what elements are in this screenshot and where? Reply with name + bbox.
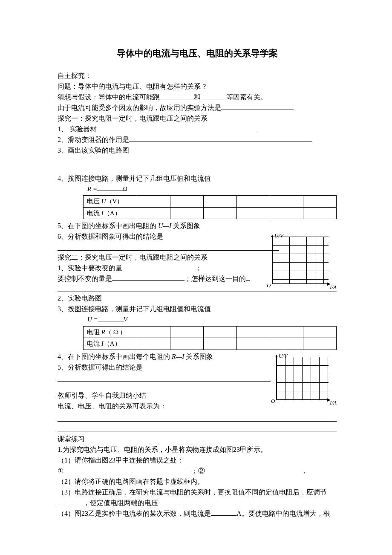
- blank[interactable]: [205, 473, 303, 473]
- text: （4）图23乙是实验中电流表的某次示数，则电流是: [58, 510, 211, 517]
- cell[interactable]: [170, 207, 203, 219]
- text: 等因素有关。: [226, 93, 267, 101]
- cell[interactable]: [137, 338, 170, 350]
- blank[interactable]: [246, 280, 250, 281]
- method-line: 由于电流可能受多个因素的影响，故应用的实验方法是: [58, 103, 337, 113]
- cell[interactable]: [236, 196, 270, 208]
- arrow-up-icon: ▲: [270, 232, 274, 239]
- text: （A）: [104, 340, 121, 347]
- text: Ω: [123, 185, 127, 192]
- cell[interactable]: [236, 207, 270, 219]
- text: 1、 实验器材: [58, 125, 97, 133]
- text: 关系图象: [184, 353, 213, 360]
- cell[interactable]: [170, 326, 203, 338]
- blank[interactable]: [58, 505, 83, 505]
- table-row: 电压 U（V）: [84, 196, 337, 208]
- exp1-item2: 2、滑动变阻器的作用是: [58, 135, 337, 145]
- text: V: [124, 316, 127, 323]
- cell[interactable]: [303, 196, 336, 208]
- blank[interactable]: [211, 515, 236, 516]
- text: 4、在下图的坐标系中画出每个电阻的: [58, 353, 172, 360]
- text: （ Ω ）: [105, 329, 126, 335]
- blank[interactable]: [201, 99, 226, 99]
- var-r: R: [101, 329, 105, 335]
- grid-icon: [272, 237, 329, 284]
- practice-q1-4: （4）图23乙是实验中电流表的某次示数，则电流是A。要使电路中的电流增大，根: [58, 509, 337, 519]
- cell[interactable]: [270, 326, 303, 338]
- exp1-item1: 1、 实验器材: [58, 124, 337, 134]
- arrow-up-icon: ▲: [274, 353, 279, 359]
- cell[interactable]: [303, 326, 336, 338]
- origin-label: O: [271, 397, 275, 405]
- cell[interactable]: [303, 338, 336, 350]
- y-axis-label: U/V: [279, 352, 288, 360]
- cell[interactable]: [170, 338, 203, 350]
- blank[interactable]: [58, 374, 271, 382]
- var-ri: R—I: [172, 353, 184, 360]
- text: 和: [194, 93, 201, 101]
- text: =: [91, 185, 97, 192]
- text: ；怎样达到这一目的: [184, 275, 246, 282]
- practice-q1-3: （3）电路连接正确后，在研究电流与电阻的关系时，更换阻值不同的定值电阻后，应调节: [58, 487, 337, 497]
- section-intro-heading: 自主探究：: [58, 71, 337, 81]
- cell[interactable]: [137, 326, 170, 338]
- practice-q1-1: （1）请你指出图23甲中连接的错误之处：: [58, 455, 337, 465]
- origin-label: O: [267, 281, 271, 290]
- chart2: ▲ ▶ U/V I/A O: [268, 352, 337, 407]
- question-line: 问题：导体中的电流与电压、电阻有怎样的关系？: [58, 81, 337, 92]
- blank[interactable]: [129, 142, 312, 142]
- exp1-item5: 5、在下图的坐标系中画出电阻的 U—I 关系图象: [58, 221, 337, 231]
- cell[interactable]: [303, 207, 336, 219]
- row-header: 电流 I（A）: [84, 338, 137, 350]
- text: （A）: [104, 210, 121, 217]
- cell[interactable]: [270, 338, 303, 350]
- table-row: 电流 I（A）: [84, 338, 337, 350]
- cell[interactable]: [203, 326, 236, 338]
- var-r: R: [87, 185, 91, 192]
- cell[interactable]: [203, 338, 236, 350]
- table2-caption: U =V: [87, 315, 337, 324]
- blank[interactable]: [98, 321, 124, 321]
- cell[interactable]: [203, 196, 236, 208]
- table1-caption: R =Ω: [87, 184, 337, 194]
- practice-q1-2: （2）请你将正确的电路图画在答题卡虚线框内。: [58, 477, 337, 487]
- text: 2、滑动变阻器的作用是: [58, 136, 129, 143]
- var-u: U: [87, 316, 92, 323]
- blank[interactable]: [63, 473, 191, 473]
- cell[interactable]: [270, 196, 303, 208]
- cell[interactable]: [170, 196, 203, 208]
- exp2-item2: 2、实验电路图: [58, 293, 337, 304]
- cell[interactable]: [270, 207, 303, 219]
- blank[interactable]: [58, 424, 337, 431]
- practice-heading: 课堂练习: [58, 434, 337, 444]
- text: ；: [195, 264, 202, 272]
- cell[interactable]: [236, 326, 270, 338]
- blank[interactable]: [58, 414, 337, 422]
- blank[interactable]: [221, 110, 294, 110]
- text: 猜想与假设：导体中的电流可能跟: [58, 93, 160, 101]
- row-header: 电压 U（V）: [84, 196, 137, 208]
- text: 电阻: [87, 329, 101, 335]
- cell[interactable]: [137, 207, 170, 219]
- text: 由于电流可能受多个因素的影响，故应用的实验方法是: [58, 104, 221, 111]
- blank[interactable]: [122, 270, 195, 270]
- blank[interactable]: [97, 191, 123, 191]
- cell[interactable]: [137, 196, 170, 208]
- grid-icon: [276, 357, 329, 400]
- blank[interactable]: [112, 280, 184, 281]
- cell[interactable]: [236, 338, 270, 350]
- text: 电流: [87, 210, 101, 217]
- text: ，使定值电阻两端的电压: [83, 499, 158, 506]
- text: 关系图象: [171, 222, 200, 229]
- x-axis-label: I/A: [330, 283, 337, 292]
- blank[interactable]: [97, 131, 259, 131]
- blank[interactable]: [160, 99, 194, 99]
- text: 。: [303, 467, 310, 474]
- cell[interactable]: [203, 207, 236, 219]
- text: =: [92, 316, 98, 323]
- var-u: U: [101, 198, 106, 205]
- blank[interactable]: [158, 505, 184, 505]
- text: 5、在下图的坐标系中画出电阻的: [58, 222, 158, 229]
- blank[interactable]: [58, 243, 279, 251]
- page-title: 导体中的电流与电压、电阻的关系导学案: [58, 47, 337, 61]
